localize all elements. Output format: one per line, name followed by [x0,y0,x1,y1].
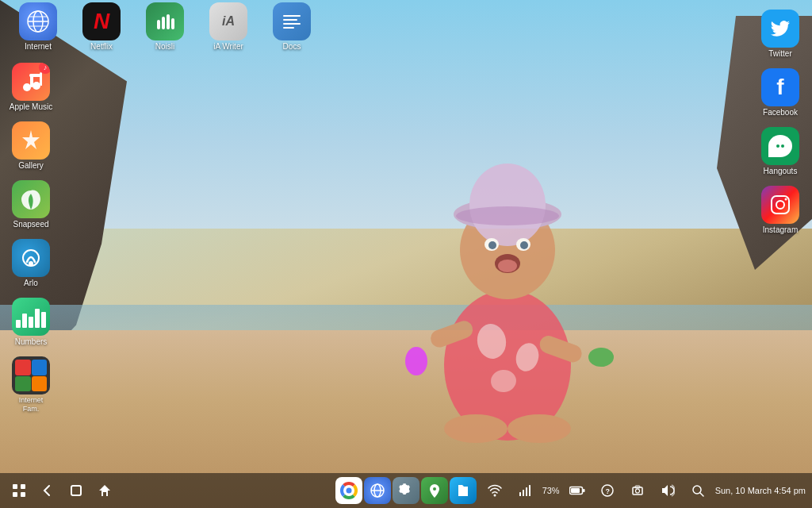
app-item-numbers[interactable]: Numbers [2,294,59,350]
svg-text:?: ? [605,487,610,495]
twitter-icon [761,10,799,48]
app-label-internet-family: InternetFam. [19,396,44,414]
svg-point-31 [33,82,40,90]
sidebar-left: ♪ Apple Music Gallery Snapseed [0,60,62,417]
hangouts-icon [761,127,799,165]
svg-rect-28 [167,14,170,29]
app-label-docs: Docs [283,42,301,52]
app-label-ia-writer: iA Writer [213,42,243,52]
internet-taskbar-icon[interactable] [364,477,391,504]
app-label-netflix: Netflix [90,42,113,52]
app-item-snapseed[interactable]: Snapseed [2,177,59,233]
svg-point-38 [776,144,779,148]
svg-rect-57 [526,487,527,496]
svg-point-30 [23,83,31,91]
svg-rect-34 [29,74,42,77]
svg-point-20 [588,348,614,367]
maps-taskbar-icon[interactable] [421,477,448,504]
settings-taskbar-icon[interactable] [393,477,419,504]
app-label-snapseed: Snapseed [13,220,48,229]
arlo-icon [12,239,50,277]
music-notification-badge: ♪ [39,63,50,74]
numbers-chart [16,306,46,328]
app-item-noisli[interactable]: Noisli [136,0,193,55]
facebook-icon: f [761,68,799,106]
svg-point-18 [520,241,528,249]
wallpaper [0,0,812,508]
svg-point-17 [488,241,496,249]
help-taskbar-icon[interactable]: ? [595,478,620,503]
app-label-instagram: Instagram [763,225,798,235]
app-item-hangouts[interactable]: Hangouts [752,124,809,179]
svg-marker-35 [22,130,40,149]
svg-rect-60 [571,488,580,493]
netflix-icon: N [82,2,121,40]
volume-taskbar-icon[interactable] [655,478,680,503]
screenshot-taskbar-icon[interactable] [625,478,650,503]
svg-rect-55 [519,492,521,496]
app-item-twitter[interactable]: Twitter [752,6,809,62]
svg-point-14 [498,260,517,272]
docs-icon [273,2,311,40]
app-label-hangouts: Hangouts [764,167,798,176]
noisli-icon [146,2,184,40]
svg-point-37 [29,261,33,266]
svg-line-68 [700,493,703,496]
svg-rect-45 [13,492,17,497]
svg-point-11 [469,164,546,246]
numbers-icon [12,298,50,336]
home-button[interactable] [92,478,117,503]
svg-rect-43 [13,484,17,489]
app-item-docs[interactable]: Docs [263,0,320,55]
back-button[interactable] [35,478,60,503]
apple-music-icon: ♪ [12,63,50,101]
grid-menu-button[interactable] [6,478,32,503]
square-button[interactable] [63,478,89,503]
svg-point-41 [776,201,784,209]
svg-point-65 [635,489,639,493]
app-label-noisli: Noisli [155,42,174,52]
app-item-internet-family[interactable]: InternetFam. [2,353,59,417]
svg-point-19 [405,347,427,375]
datetime-display: Sun, 10 March 4:54 pm [715,486,806,495]
app-item-ia-writer[interactable]: iA iA Writer [200,0,257,55]
instagram-icon [761,186,799,224]
svg-rect-58 [529,485,530,496]
taskbar-right-status: 73% ? [452,478,806,503]
top-dock: Internet N Netflix Noisli iA iA Writer [0,0,812,54]
svg-rect-44 [21,484,25,489]
app-item-instagram[interactable]: Instagram [752,183,809,238]
wifi-taskbar-icon[interactable] [482,478,508,503]
app-item-internet[interactable]: Internet [10,0,67,55]
app-label-internet: Internet [25,42,52,52]
app-label-twitter: Twitter [768,49,791,59]
svg-rect-29 [171,18,174,29]
app-label-apple-music: Apple Music [10,102,52,112]
svg-point-42 [785,198,787,201]
files-taskbar-icon[interactable] [450,477,477,504]
svg-rect-26 [157,20,160,29]
ia-writer-icon: iA [209,2,247,40]
svg-rect-27 [162,17,165,29]
app-label-numbers: Numbers [15,337,48,347]
app-label-arlo: Arlo [24,279,38,288]
svg-rect-46 [21,492,25,497]
svg-point-4 [444,414,508,443]
svg-marker-48 [99,485,110,496]
app-item-arlo[interactable]: Arlo [2,236,59,291]
internet-family-icon [12,356,50,394]
signal-taskbar-icon[interactable] [512,478,538,503]
chrome-taskbar-icon[interactable] [335,477,362,504]
app-item-facebook[interactable]: f Facebook [752,65,809,121]
app-item-gallery[interactable]: Gallery [2,118,59,174]
svg-point-12 [456,206,559,225]
taskbar-center-dock [335,477,477,504]
battery-taskbar-icon [565,478,590,503]
sidebar-right: Twitter f Facebook Hangouts [749,0,812,238]
app-item-netflix[interactable]: N Netflix [73,0,130,55]
search-taskbar-icon[interactable] [685,478,710,503]
app-item-apple-music[interactable]: ♪ Apple Music [2,60,59,115]
app-label-gallery: Gallery [18,161,44,171]
svg-rect-56 [523,490,524,496]
svg-point-5 [508,414,571,443]
